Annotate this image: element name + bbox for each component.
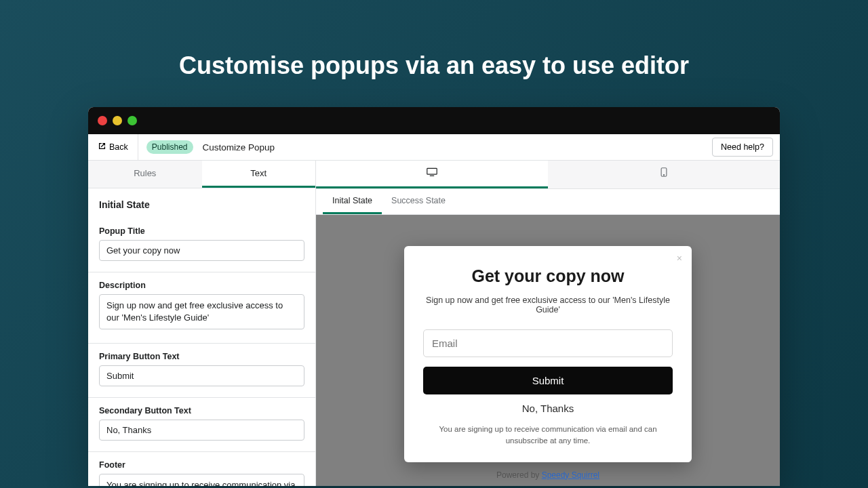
device-tab-desktop[interactable]: [316, 161, 548, 188]
description-input[interactable]: Sign up now and get free exclusive acces…: [99, 294, 304, 329]
back-icon: [98, 142, 106, 152]
popup-submit-button[interactable]: Submit: [423, 367, 673, 394]
state-tab-success[interactable]: Success State: [382, 189, 455, 214]
description-label: Description: [99, 281, 304, 290]
tab-rules[interactable]: Rules: [88, 161, 202, 188]
browser-window: Back Published Customize Popup Need help…: [88, 107, 780, 486]
hero-title: Customise popups via an easy to use edit…: [0, 0, 868, 107]
primary-button-input[interactable]: [99, 365, 304, 386]
popup-close-icon[interactable]: ×: [677, 253, 682, 264]
footer-label: Footer: [99, 460, 304, 470]
tab-text[interactable]: Text: [202, 161, 316, 188]
back-button[interactable]: Back: [88, 134, 138, 160]
popup-preview-title: Get your copy now: [423, 266, 673, 286]
mobile-icon: [658, 167, 669, 179]
device-tabs: [316, 161, 780, 189]
status-badge: Published: [146, 140, 193, 154]
svg-rect-1: [430, 176, 434, 176]
desktop-icon: [427, 167, 437, 179]
popup-title-label: Popup Title: [99, 226, 304, 236]
secondary-button-label: Secondary Button Text: [99, 406, 304, 415]
svg-rect-0: [427, 168, 437, 174]
section-header-initial-state: Initial State: [88, 188, 315, 218]
popup-preview: × Get your copy now Sign up now and get …: [404, 246, 692, 462]
editor-panel: Rules Text Initial State Popup Title Des…: [88, 161, 316, 486]
footer-input[interactable]: You are signing up to receive communicat…: [99, 474, 304, 486]
popup-preview-description: Sign up now and get free exclusive acces…: [423, 296, 673, 314]
window-close-dot[interactable]: [98, 116, 107, 125]
editor-tabs: Rules Text: [88, 161, 315, 188]
window-minimize-dot[interactable]: [113, 116, 122, 125]
popup-email-input[interactable]: [423, 329, 673, 357]
powered-by-link[interactable]: Speedy Squirrel: [542, 470, 599, 480]
powered-by-prefix: Powered by: [496, 470, 542, 480]
state-tab-initial[interactable]: Inital State: [323, 189, 382, 214]
page-title: Customize Popup: [203, 142, 275, 152]
popup-title-input[interactable]: [99, 240, 304, 261]
device-tab-mobile[interactable]: [548, 161, 780, 188]
back-label: Back: [109, 142, 128, 152]
toolbar: Back Published Customize Popup Need help…: [88, 134, 780, 161]
popup-preview-footer: You are signing up to receive communicat…: [423, 424, 673, 447]
window-chrome: [88, 107, 780, 134]
popup-nothanks-button[interactable]: No, Thanks: [522, 403, 574, 414]
powered-by: Powered by Speedy Squirrel: [496, 470, 599, 480]
state-tabs: Inital State Success State: [316, 189, 780, 215]
secondary-button-input[interactable]: [99, 420, 304, 441]
primary-button-label: Primary Button Text: [99, 352, 304, 361]
svg-point-3: [663, 175, 664, 176]
window-maximize-dot[interactable]: [127, 116, 137, 125]
preview-canvas: × Get your copy now Sign up now and get …: [316, 215, 780, 486]
preview-panel: Inital State Success State × Get your co…: [316, 161, 780, 486]
need-help-button[interactable]: Need help?: [712, 138, 773, 157]
